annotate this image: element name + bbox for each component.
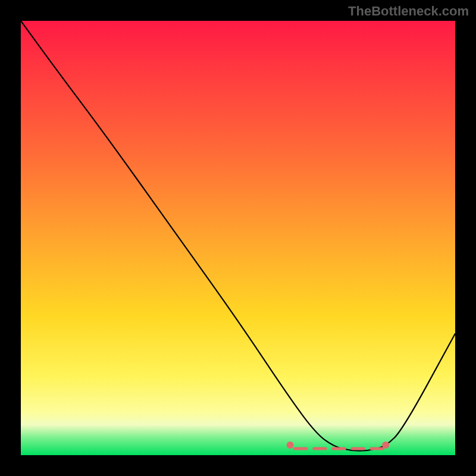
bottleneck-curve — [21, 21, 455, 451]
watermark-text: TheBottleneck.com — [348, 4, 469, 19]
chart-plot-area — [21, 21, 455, 455]
optimal-range-markers — [287, 441, 390, 449]
chart-svg — [21, 21, 455, 455]
marker-dot — [287, 441, 294, 449]
